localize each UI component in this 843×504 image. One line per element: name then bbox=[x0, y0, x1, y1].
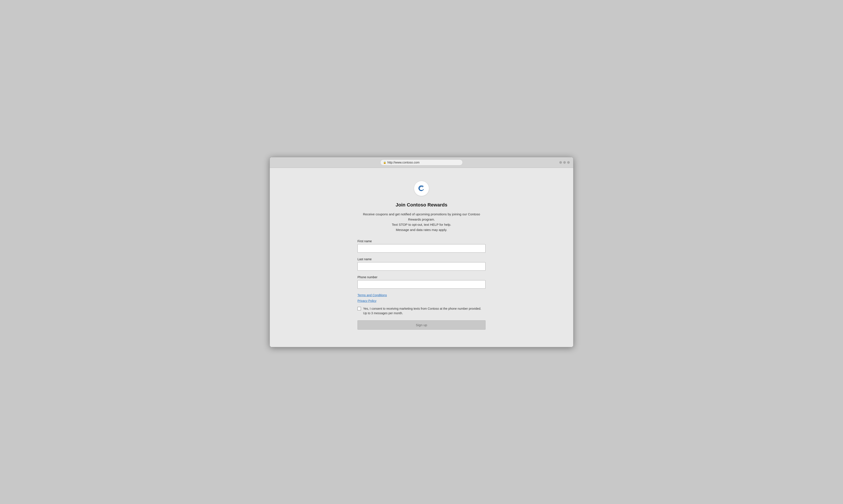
phone-group: Phone number bbox=[358, 275, 485, 289]
page-title: Join Contoso Rewards bbox=[396, 202, 447, 208]
consent-text: Yes, I consent to receiving marketing te… bbox=[363, 306, 485, 316]
page-content: Join Contoso Rewards Receive coupons and… bbox=[270, 168, 573, 347]
url-text: http://www.contoso.com bbox=[388, 161, 419, 164]
description-line1: Receive coupons and get notified of upco… bbox=[363, 212, 480, 221]
browser-dot-2 bbox=[563, 161, 566, 164]
lock-icon: 🔒 bbox=[383, 161, 386, 164]
browser-controls bbox=[559, 161, 570, 164]
phone-label: Phone number bbox=[358, 275, 485, 279]
last-name-input[interactable] bbox=[358, 262, 485, 271]
page-description: Receive coupons and get notified of upco… bbox=[361, 212, 482, 233]
signup-form: First name Last name Phone number Terms … bbox=[358, 239, 485, 330]
description-line3: Message and data rates may apply. bbox=[396, 228, 447, 232]
address-bar[interactable]: 🔒 http://www.contoso.com bbox=[380, 159, 463, 165]
privacy-link[interactable]: Privacy Policy bbox=[358, 299, 485, 303]
browser-toolbar: 🔒 http://www.contoso.com bbox=[270, 157, 573, 168]
first-name-input[interactable] bbox=[358, 244, 485, 253]
phone-input[interactable] bbox=[358, 280, 485, 289]
company-logo bbox=[417, 184, 426, 193]
links-section: Terms and Conditions Privacy Policy bbox=[358, 293, 485, 303]
logo-container bbox=[414, 181, 429, 196]
terms-link[interactable]: Terms and Conditions bbox=[358, 293, 485, 297]
browser-dot-3 bbox=[567, 161, 570, 164]
first-name-group: First name bbox=[358, 239, 485, 253]
last-name-group: Last name bbox=[358, 257, 485, 271]
browser-dot-1 bbox=[559, 161, 562, 164]
first-name-label: First name bbox=[358, 239, 485, 243]
last-name-label: Last name bbox=[358, 257, 485, 261]
consent-checkbox[interactable] bbox=[358, 307, 361, 310]
signup-button[interactable]: Sign up bbox=[358, 320, 485, 330]
description-line2: Text STOP to opt-out, text HELP for help… bbox=[392, 223, 451, 227]
consent-section: Yes, I consent to receiving marketing te… bbox=[358, 306, 485, 316]
browser-window: 🔒 http://www.contoso.com Join Contoso Re… bbox=[270, 157, 573, 347]
